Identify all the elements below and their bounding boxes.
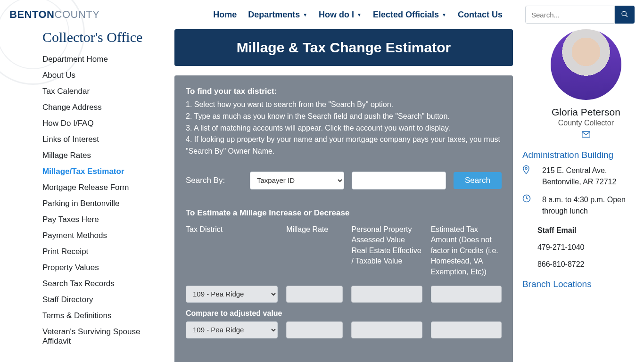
- svg-line-1: [626, 15, 627, 17]
- sidebar-item[interactable]: Veteran's Surviving Spouse Affidavit: [42, 327, 140, 346]
- search-by-input[interactable]: [352, 172, 446, 189]
- sidebar-title: Collector's Office: [42, 29, 165, 46]
- nav-home[interactable]: Home: [213, 10, 237, 20]
- address-block: 215 E. Central Ave.Bentonville, AR 72712: [522, 165, 644, 188]
- sidebar-item[interactable]: Change Address: [42, 103, 102, 112]
- estimator-heading: To Estimate a Millage Increase or Decrea…: [186, 208, 502, 218]
- chevron-down-icon: ▼: [357, 12, 362, 17]
- col-estimated-amount: Estimated Tax Amount (Does not factor in…: [431, 224, 502, 277]
- assessed-value-input[interactable]: [351, 286, 422, 303]
- col-assessed-value: Personal Property Assessed Value Real Es…: [351, 224, 422, 277]
- nav-contact[interactable]: Contact Us: [458, 10, 503, 20]
- nav-elected-officials[interactable]: Elected Officials ▼: [373, 10, 446, 20]
- branch-locations-heading: Branch Locations: [522, 279, 644, 289]
- tax-district-select[interactable]: 109 - Pea Ridge: [186, 286, 278, 303]
- sidebar-item[interactable]: Payment Methods: [42, 231, 107, 240]
- svg-point-3: [525, 167, 527, 169]
- official-avatar: [551, 29, 621, 100]
- official-name: Gloria Peterson: [522, 107, 644, 118]
- search-icon: [621, 10, 628, 18]
- chevron-down-icon: ▼: [442, 12, 446, 17]
- search-by-label: Search By:: [186, 176, 242, 185]
- compare-label: Compare to adjusted value: [186, 309, 502, 318]
- phone-tollfree: 866-810-8722: [537, 260, 644, 269]
- phone-primary: 479-271-1040: [537, 243, 644, 252]
- sidebar-item[interactable]: Parking in Bentonville: [42, 199, 119, 208]
- search-by-select[interactable]: Taxpayer ID: [250, 172, 344, 189]
- sidebar-item[interactable]: Mortgage Release Form: [42, 183, 129, 192]
- page-title: Millage & Tax Change Estimator: [174, 29, 513, 66]
- sidebar-item[interactable]: How Do I/FAQ: [42, 119, 94, 128]
- estimated-amount-output: [431, 286, 502, 303]
- sidebar-item[interactable]: Terms & Definitions: [42, 311, 111, 320]
- sidebar-item[interactable]: Tax Calendar: [42, 87, 90, 96]
- search-button[interactable]: [615, 6, 635, 24]
- intro-step: 3. A list of matching accounts will appe…: [186, 123, 502, 134]
- intro-step: 1. Select how you want to search from th…: [186, 99, 502, 111]
- sidebar-item[interactable]: Pay Taxes Here: [42, 215, 99, 224]
- search-go-button[interactable]: Search: [454, 172, 502, 189]
- col-millage-rate: Millage Rate: [286, 224, 343, 277]
- compare-estimated-amount-output: [431, 321, 502, 338]
- search-by-row: Search By: Taxpayer ID Search: [186, 172, 502, 189]
- sidebar-item[interactable]: Property Values: [42, 263, 99, 272]
- compare-assessed-value-input[interactable]: [351, 321, 422, 338]
- svg-point-0: [622, 11, 626, 16]
- nav-how-do-i[interactable]: How do I ▼: [319, 10, 362, 20]
- staff-email-link[interactable]: Staff Email: [537, 226, 644, 235]
- col-tax-district: Tax District: [186, 224, 278, 277]
- main-nav: Home Departments ▼ How do I ▼ Elected Of…: [213, 6, 635, 24]
- envelope-icon: [582, 131, 590, 138]
- sidebar-item[interactable]: Millage/Tax Estimator: [42, 167, 124, 176]
- sidebar-item[interactable]: Millage Rates: [42, 151, 91, 160]
- estimator-panel: To find your tax district: 1. Select how…: [174, 75, 513, 362]
- sidebar-item[interactable]: Links of Interest: [42, 135, 99, 144]
- sidebar-item[interactable]: About Us: [42, 71, 75, 80]
- nav-departments[interactable]: Departments ▼: [248, 10, 307, 20]
- intro-step: 4. If looking up property by your name a…: [186, 134, 502, 157]
- sidebar-item[interactable]: Staff Directory: [42, 295, 93, 304]
- millage-rate-input[interactable]: [286, 286, 343, 303]
- sidebar-item[interactable]: Print Receipt: [42, 247, 88, 256]
- map-pin-icon: [522, 165, 532, 188]
- main-content: Millage & Tax Change Estimator To find y…: [174, 29, 513, 362]
- site-search: [525, 6, 635, 24]
- official-email-link[interactable]: [582, 131, 590, 139]
- sidebar: Collector's Office Department HomeAbout …: [42, 29, 165, 362]
- search-input[interactable]: [525, 6, 615, 24]
- compare-district-select[interactable]: 109 - Pea Ridge: [186, 321, 278, 338]
- site-logo[interactable]: BENTONCOUNTY: [9, 8, 99, 21]
- admin-building-heading: Administration Building: [522, 150, 644, 160]
- right-column: Gloria Peterson County Collector Adminis…: [522, 29, 644, 362]
- estimator-row-compare: 109 - Pea Ridge: [186, 321, 502, 338]
- site-header: BENTONCOUNTY Home Departments ▼ How do I…: [0, 0, 644, 29]
- estimator-columns: Tax District Millage Rate Personal Prope…: [186, 224, 502, 277]
- clock-icon: [522, 194, 532, 217]
- compare-millage-rate-input[interactable]: [286, 321, 343, 338]
- sidebar-item[interactable]: Search Tax Records: [42, 279, 115, 288]
- chevron-down-icon: ▼: [303, 12, 307, 17]
- estimator-row-current: 109 - Pea Ridge: [186, 286, 502, 303]
- intro-heading: To find your tax district:: [186, 87, 502, 96]
- intro-step: 2. Type as much as you know in the Searc…: [186, 111, 502, 123]
- sidebar-item[interactable]: Department Home: [42, 55, 108, 64]
- hours-block: 8 a.m. to 4:30 p.m. Open through lunch: [522, 194, 644, 217]
- official-title: County Collector: [522, 119, 644, 127]
